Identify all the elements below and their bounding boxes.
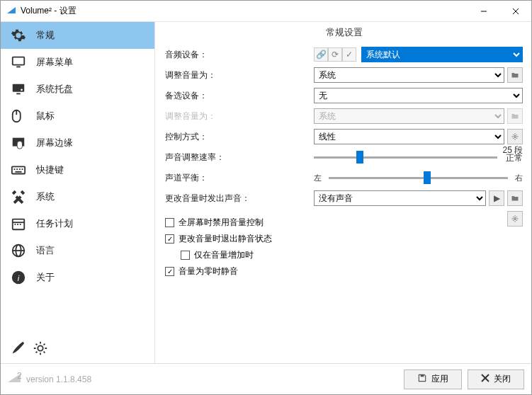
save-icon xyxy=(417,373,427,385)
audio-device-select[interactable]: 系统默认 xyxy=(361,47,523,62)
monitor-icon xyxy=(11,55,26,70)
minimize-button[interactable] xyxy=(468,1,499,21)
gear-button[interactable] xyxy=(507,129,523,144)
sidebar-item-label: 屏幕边缘 xyxy=(36,137,73,149)
svg-rect-14 xyxy=(19,168,21,170)
sidebar-item-language[interactable]: 语言 xyxy=(1,237,154,264)
apply-label: 应用 xyxy=(431,373,448,385)
sidebar-item-label: 鼠标 xyxy=(36,110,55,122)
version-text: version 1.1.8.458 xyxy=(26,374,91,384)
folder-button-3[interactable] xyxy=(507,190,523,206)
label-ctrl-method: 控制方式： xyxy=(165,131,314,143)
svg-marker-0 xyxy=(7,7,16,13)
brush-icon[interactable] xyxy=(10,340,26,358)
sidebar-item-mouse[interactable]: 鼠标 xyxy=(1,103,154,130)
sidebar-item-schedule[interactable]: 任务计划 xyxy=(1,210,154,237)
footer: 2 version 1.1.8.458 应用 关闭 xyxy=(1,363,531,394)
info-icon: i xyxy=(11,270,26,285)
volume-icon: 2 xyxy=(8,372,22,386)
sidebar-item-label: 屏幕菜单 xyxy=(36,56,73,69)
svg-point-27 xyxy=(38,345,43,350)
checkbox-icon xyxy=(165,234,174,244)
svg-rect-7 xyxy=(16,93,21,95)
label-alt-device: 备选设备： xyxy=(165,90,314,102)
sidebar-item-tray[interactable]: 系统托盘 xyxy=(1,76,154,103)
svg-rect-16 xyxy=(15,171,21,173)
svg-point-8 xyxy=(21,89,23,91)
sidebar-item-label: 快捷键 xyxy=(36,164,64,176)
check-icon[interactable]: ✓ xyxy=(342,47,356,62)
label-adjust-for: 调整音量为： xyxy=(165,69,314,81)
refresh-icon[interactable]: ⟳ xyxy=(328,47,342,62)
label-balance: 声道平衡： xyxy=(165,172,314,184)
balance-slider[interactable] xyxy=(329,177,508,179)
sidebar-item-label: 任务计划 xyxy=(36,217,73,230)
sidebar: 常规 屏幕菜单 系统托盘 鼠标 屏幕边缘 快捷键 系统 任务计划 xyxy=(1,22,155,363)
sound-select[interactable]: 没有声音 xyxy=(314,190,486,206)
mouse-icon xyxy=(11,108,26,124)
svg-rect-15 xyxy=(22,168,23,170)
check-disable-fullscreen[interactable]: 全屏幕时禁用音量控制 xyxy=(165,217,523,229)
ctrl-method-select[interactable]: 线性 xyxy=(314,129,504,144)
sidebar-item-hotkeys[interactable]: 快捷键 xyxy=(1,156,154,183)
label-sound-on-change: 更改音量时发出声音： xyxy=(165,193,314,205)
gear-small-icon[interactable] xyxy=(33,340,48,358)
close-label: 关闭 xyxy=(494,373,511,385)
check-exit-mute[interactable]: 更改音量时退出静音状态 xyxy=(165,233,523,245)
checkbox-icon xyxy=(165,218,174,227)
sidebar-item-label: 关于 xyxy=(36,271,55,284)
play-button[interactable]: ▶ xyxy=(489,190,504,206)
sidebar-item-about[interactable]: i 关于 xyxy=(1,264,154,291)
svg-text:2: 2 xyxy=(17,372,22,381)
check-label: 音量为零时静音 xyxy=(179,265,238,277)
svg-rect-13 xyxy=(16,168,18,170)
sidebar-item-label: 语言 xyxy=(36,244,55,257)
balance-right-label: 右 xyxy=(515,173,523,183)
keyboard-icon xyxy=(11,162,26,178)
window-title: Volume² - 设置 xyxy=(21,5,77,17)
svg-rect-5 xyxy=(16,67,21,68)
svg-rect-12 xyxy=(14,168,16,170)
check-mute-on-zero[interactable]: 音量为零时静音 xyxy=(165,265,523,277)
tray-icon xyxy=(11,81,26,97)
checkbox-icon xyxy=(181,251,190,260)
gear-button-2[interactable] xyxy=(507,211,523,227)
svg-rect-6 xyxy=(13,84,25,92)
label-adjust-for2: 调整音量为： xyxy=(165,110,314,122)
svg-point-29 xyxy=(514,218,516,220)
label-speed: 声音调整速率： xyxy=(165,151,314,164)
folder-button[interactable] xyxy=(507,67,523,83)
app-icon xyxy=(6,5,16,17)
adjust-for-select[interactable]: 系统 xyxy=(314,67,504,83)
svg-rect-32 xyxy=(421,374,424,377)
close-icon xyxy=(481,374,489,384)
sidebar-item-general[interactable]: 常规 xyxy=(1,22,154,49)
speed-slider[interactable] xyxy=(314,156,497,159)
svg-point-28 xyxy=(514,136,516,138)
balance-left-label: 左 xyxy=(314,173,322,183)
sidebar-item-edges[interactable]: 屏幕边缘 xyxy=(1,130,154,156)
checkbox-icon xyxy=(165,267,174,276)
check-label: 更改音量时退出静音状态 xyxy=(179,233,272,245)
calendar-icon xyxy=(11,216,26,231)
main-panel: 常规设置 音频设备： 🔗 ⟳ ✓ 系统默认 调整音量为： 系统 备选设备： xyxy=(155,22,531,363)
close-button[interactable] xyxy=(499,1,531,21)
tools-icon xyxy=(11,189,26,205)
link-icon[interactable]: 🔗 xyxy=(314,47,328,62)
sidebar-item-system[interactable]: 系统 xyxy=(1,183,154,210)
adjust-for2-select: 系统 xyxy=(314,108,504,124)
sidebar-item-osd[interactable]: 屏幕菜单 xyxy=(1,49,154,76)
label-audio-device: 音频设备： xyxy=(165,49,314,61)
apply-button[interactable]: 应用 xyxy=(404,370,462,389)
sidebar-item-label: 常规 xyxy=(36,29,55,42)
edges-icon xyxy=(11,135,26,151)
alt-device-select[interactable]: 无 xyxy=(314,88,523,103)
svg-rect-11 xyxy=(12,166,25,173)
folder-button-2 xyxy=(507,108,523,124)
check-only-increase[interactable]: 仅在音量增加时 xyxy=(181,249,523,261)
close-footer-button[interactable]: 关闭 xyxy=(468,370,524,389)
globe-icon xyxy=(11,243,26,258)
check-label: 仅在音量增加时 xyxy=(194,249,254,261)
speed-sub: 正常 xyxy=(506,153,523,163)
svg-rect-20 xyxy=(17,224,18,225)
